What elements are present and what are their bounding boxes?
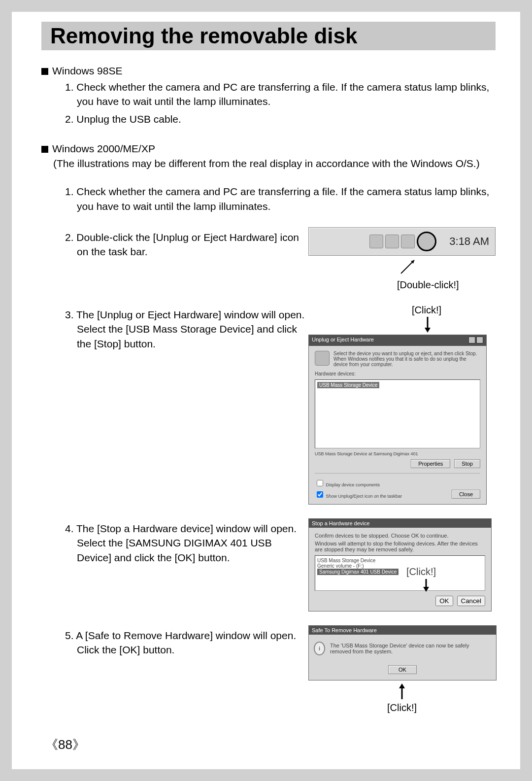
taskbar-screenshot: 3:18 AM [308, 227, 496, 256]
section-98se-heading: Windows 98SE [41, 65, 496, 77]
page-title: Removing the removable disk [50, 24, 487, 48]
bullet-icon [41, 68, 48, 75]
w2000-step-5: 5. A [Safe to Remove Hardware] window wi… [65, 628, 308, 657]
click-caption-3: [Click!] [387, 702, 417, 713]
device-list-selected[interactable]: Samsung Digimax 401 USB Device [317, 569, 399, 575]
stop-button[interactable]: Stop [454, 459, 480, 468]
dialog3-title: Safe To Remove Hardware [312, 627, 377, 633]
dialog3-msg: The 'USB Mass Storage Device' device can… [330, 643, 491, 654]
display-components-checkbox[interactable] [317, 480, 323, 486]
device-list-item-2[interactable]: Generic volume - (F:) [317, 563, 483, 569]
close-icon[interactable] [476, 337, 483, 343]
arrow-down-icon [423, 316, 432, 334]
doubleclick-caption: [Double-click!] [397, 279, 496, 291]
bullet-icon [41, 146, 48, 153]
network-icon [385, 235, 399, 248]
w2000-step-1: 1. Check whether the camera and PC are t… [65, 184, 496, 213]
show-icon-checkbox[interactable] [317, 491, 323, 498]
device-list-item-1[interactable]: USB Mass Storage Device [317, 558, 483, 563]
volume-icon [369, 235, 383, 248]
hardware-list[interactable]: USB Mass Storage Device [315, 379, 480, 448]
w98-step-2: 2. Unplug the USB cable. [65, 112, 496, 126]
svg-marker-7 [399, 683, 405, 688]
svg-marker-3 [425, 328, 431, 333]
dialog2-desc2: Windows will attempt to stop the followi… [315, 541, 485, 552]
properties-button[interactable]: Properties [411, 459, 450, 468]
os-note: (The illustrations may be different from… [53, 158, 496, 170]
stop-hardware-dialog: Stop a Hardware device Confirm devices t… [308, 518, 492, 611]
click-caption-2: [Click!] [406, 566, 436, 577]
hardware-icon [315, 351, 330, 366]
w2000-step-3: 3. The [Unplug or Eject Hardware] window… [65, 307, 308, 351]
dialog1-title: Unplug or Eject Hardware [312, 337, 374, 344]
svg-marker-5 [423, 587, 429, 592]
hardware-list-selected[interactable]: USB Mass Storage Device [317, 382, 379, 388]
ok-button[interactable]: OK [435, 596, 453, 606]
eject-hardware-icon[interactable] [417, 232, 436, 251]
w2000-step-4: 4. The [Stop a Hardware device] window w… [65, 521, 308, 565]
help-icon[interactable] [468, 337, 475, 343]
click-caption-1: [Click!] [412, 305, 441, 315]
unplug-dialog: Unplug or Eject Hardware Select the devi… [308, 335, 487, 505]
dialog1-desc: Select the device you want to unplug or … [333, 351, 480, 367]
display-icon [401, 235, 415, 248]
dialog1-list-label: Hardware devices: [315, 371, 480, 376]
page-number: 88 [45, 736, 85, 753]
w2000-step-2: 2. Double-click the [Unplug or Eject Har… [65, 230, 308, 259]
w98-step-1: 1. Check whether the camera and PC are t… [65, 80, 496, 109]
device-list[interactable]: USB Mass Storage Device Generic volume -… [315, 555, 485, 591]
cancel-button[interactable]: Cancel [457, 596, 486, 606]
info-icon: i [314, 642, 325, 655]
close-button[interactable]: Close [452, 490, 480, 499]
taskbar-clock: 3:18 AM [449, 235, 489, 248]
dialog1-footer: USB Mass Storage Device at Samsung Digim… [315, 451, 480, 456]
arrow-down-icon [421, 578, 431, 593]
arrow-up-icon [397, 682, 407, 700]
arrow-diagonal-icon [397, 258, 417, 277]
dialog2-desc: Confirm devices to be stopped. Choose OK… [315, 533, 485, 539]
safe-remove-dialog: Safe To Remove Hardware i The 'USB Mass … [308, 625, 497, 680]
dialog2-title: Stop a Hardware device [312, 520, 369, 526]
ok-button[interactable]: OK [388, 665, 417, 674]
section-2000-heading: Windows 2000/ME/XP [41, 143, 496, 155]
page-title-block: Removing the removable disk [41, 22, 496, 50]
